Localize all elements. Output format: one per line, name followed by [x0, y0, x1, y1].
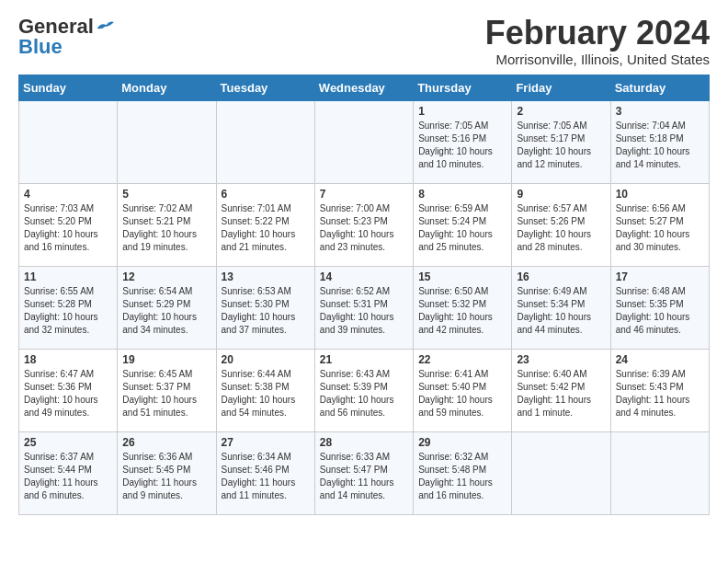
- day-number: 26: [122, 436, 210, 449]
- day-info: Sunrise: 6:55 AM Sunset: 5:28 PM Dayligh…: [24, 285, 112, 337]
- calendar-header-row: Sunday Monday Tuesday Wednesday Thursday…: [19, 75, 710, 100]
- day-info: Sunrise: 6:39 AM Sunset: 5:43 PM Dayligh…: [616, 368, 704, 419]
- table-row: [610, 431, 709, 514]
- logo: General Blue: [18, 15, 114, 59]
- table-row: 24Sunrise: 6:39 AM Sunset: 5:43 PM Dayli…: [610, 349, 709, 431]
- table-row: 6Sunrise: 7:01 AM Sunset: 5:22 PM Daylig…: [216, 183, 314, 266]
- page-header: General Blue February 2024 Morrisonville…: [18, 15, 710, 67]
- day-info: Sunrise: 6:36 AM Sunset: 5:45 PM Dayligh…: [122, 451, 210, 502]
- table-row: 10Sunrise: 6:56 AM Sunset: 5:27 PM Dayli…: [610, 183, 709, 266]
- table-row: 23Sunrise: 6:40 AM Sunset: 5:42 PM Dayli…: [512, 349, 610, 431]
- col-wednesday: Wednesday: [314, 75, 413, 100]
- day-info: Sunrise: 7:00 AM Sunset: 5:23 PM Dayligh…: [320, 202, 408, 254]
- day-number: 16: [517, 270, 605, 283]
- day-number: 14: [320, 270, 408, 283]
- day-number: 1: [418, 105, 506, 118]
- day-info: Sunrise: 6:57 AM Sunset: 5:26 PM Dayligh…: [517, 202, 605, 254]
- col-monday: Monday: [118, 75, 216, 100]
- table-row: [314, 100, 413, 183]
- day-info: Sunrise: 6:34 AM Sunset: 5:46 PM Dayligh…: [222, 451, 310, 502]
- col-sunday: Sunday: [19, 75, 118, 100]
- day-info: Sunrise: 6:59 AM Sunset: 5:24 PM Dayligh…: [418, 202, 506, 254]
- day-number: 13: [222, 270, 310, 283]
- day-info: Sunrise: 6:52 AM Sunset: 5:31 PM Dayligh…: [320, 285, 408, 337]
- col-tuesday: Tuesday: [216, 75, 314, 100]
- day-info: Sunrise: 6:40 AM Sunset: 5:42 PM Dayligh…: [517, 368, 605, 419]
- table-row: 17Sunrise: 6:48 AM Sunset: 5:35 PM Dayli…: [610, 266, 709, 349]
- day-info: Sunrise: 6:47 AM Sunset: 5:36 PM Dayligh…: [24, 368, 112, 419]
- day-number: 8: [418, 188, 506, 201]
- table-row: 1Sunrise: 7:05 AM Sunset: 5:16 PM Daylig…: [414, 100, 512, 183]
- table-row: 13Sunrise: 6:53 AM Sunset: 5:30 PM Dayli…: [216, 266, 314, 349]
- day-info: Sunrise: 6:56 AM Sunset: 5:27 PM Dayligh…: [616, 202, 704, 254]
- day-number: 3: [616, 105, 704, 118]
- day-info: Sunrise: 6:41 AM Sunset: 5:40 PM Dayligh…: [418, 368, 506, 419]
- day-number: 9: [517, 188, 605, 201]
- table-row: 19Sunrise: 6:45 AM Sunset: 5:37 PM Dayli…: [118, 349, 216, 431]
- table-row: 27Sunrise: 6:34 AM Sunset: 5:46 PM Dayli…: [216, 431, 314, 514]
- calendar-week-row: 18Sunrise: 6:47 AM Sunset: 5:36 PM Dayli…: [19, 349, 710, 431]
- day-info: Sunrise: 6:43 AM Sunset: 5:39 PM Dayligh…: [320, 368, 408, 419]
- day-info: Sunrise: 7:04 AM Sunset: 5:18 PM Dayligh…: [616, 120, 704, 171]
- day-info: Sunrise: 7:01 AM Sunset: 5:22 PM Dayligh…: [222, 202, 310, 254]
- day-number: 5: [122, 188, 210, 201]
- day-info: Sunrise: 6:53 AM Sunset: 5:30 PM Dayligh…: [222, 285, 310, 337]
- table-row: 4Sunrise: 7:03 AM Sunset: 5:20 PM Daylig…: [19, 183, 118, 266]
- day-number: 17: [616, 270, 704, 283]
- col-saturday: Saturday: [610, 75, 709, 100]
- table-row: 26Sunrise: 6:36 AM Sunset: 5:45 PM Dayli…: [118, 431, 216, 514]
- day-info: Sunrise: 6:44 AM Sunset: 5:38 PM Dayligh…: [222, 368, 310, 419]
- table-row: 12Sunrise: 6:54 AM Sunset: 5:29 PM Dayli…: [118, 266, 216, 349]
- day-info: Sunrise: 7:03 AM Sunset: 5:20 PM Dayligh…: [24, 202, 112, 254]
- day-info: Sunrise: 6:50 AM Sunset: 5:32 PM Dayligh…: [418, 285, 506, 337]
- table-row: 7Sunrise: 7:00 AM Sunset: 5:23 PM Daylig…: [314, 183, 413, 266]
- day-number: 2: [517, 105, 605, 118]
- day-number: 19: [122, 353, 210, 366]
- table-row: [19, 100, 118, 183]
- day-number: 7: [320, 188, 408, 201]
- day-number: 22: [418, 353, 506, 366]
- day-info: Sunrise: 7:05 AM Sunset: 5:17 PM Dayligh…: [517, 120, 605, 171]
- logo-bird-icon: [96, 20, 114, 33]
- day-number: 10: [616, 188, 704, 201]
- day-number: 24: [616, 353, 704, 366]
- col-thursday: Thursday: [414, 75, 512, 100]
- table-row: [216, 100, 314, 183]
- day-number: 12: [122, 270, 210, 283]
- table-row: 8Sunrise: 6:59 AM Sunset: 5:24 PM Daylig…: [414, 183, 512, 266]
- day-number: 20: [222, 353, 310, 366]
- day-number: 21: [320, 353, 408, 366]
- table-row: [118, 100, 216, 183]
- day-info: Sunrise: 6:37 AM Sunset: 5:44 PM Dayligh…: [24, 451, 112, 502]
- table-row: [512, 431, 610, 514]
- day-info: Sunrise: 6:48 AM Sunset: 5:35 PM Dayligh…: [616, 285, 704, 337]
- day-number: 29: [418, 436, 506, 449]
- calendar-week-row: 11Sunrise: 6:55 AM Sunset: 5:28 PM Dayli…: [19, 266, 710, 349]
- table-row: 22Sunrise: 6:41 AM Sunset: 5:40 PM Dayli…: [414, 349, 512, 431]
- day-info: Sunrise: 6:32 AM Sunset: 5:48 PM Dayligh…: [418, 451, 506, 502]
- day-number: 4: [24, 188, 112, 201]
- day-number: 11: [24, 270, 112, 283]
- day-info: Sunrise: 6:54 AM Sunset: 5:29 PM Dayligh…: [122, 285, 210, 337]
- day-number: 25: [24, 436, 112, 449]
- table-row: 25Sunrise: 6:37 AM Sunset: 5:44 PM Dayli…: [19, 431, 118, 514]
- table-row: 29Sunrise: 6:32 AM Sunset: 5:48 PM Dayli…: [414, 431, 512, 514]
- table-row: 2Sunrise: 7:05 AM Sunset: 5:17 PM Daylig…: [512, 100, 610, 183]
- day-info: Sunrise: 7:02 AM Sunset: 5:21 PM Dayligh…: [122, 202, 210, 254]
- table-row: 9Sunrise: 6:57 AM Sunset: 5:26 PM Daylig…: [512, 183, 610, 266]
- table-row: 14Sunrise: 6:52 AM Sunset: 5:31 PM Dayli…: [314, 266, 413, 349]
- day-info: Sunrise: 7:05 AM Sunset: 5:16 PM Dayligh…: [418, 120, 506, 171]
- day-number: 23: [517, 353, 605, 366]
- location-subtitle: Morrisonville, Illinois, United States: [485, 52, 710, 67]
- table-row: 21Sunrise: 6:43 AM Sunset: 5:39 PM Dayli…: [314, 349, 413, 431]
- col-friday: Friday: [512, 75, 610, 100]
- day-number: 15: [418, 270, 506, 283]
- month-year-title: February 2024: [485, 15, 710, 52]
- calendar-week-row: 1Sunrise: 7:05 AM Sunset: 5:16 PM Daylig…: [19, 100, 710, 183]
- day-number: 6: [222, 188, 310, 201]
- table-row: 3Sunrise: 7:04 AM Sunset: 5:18 PM Daylig…: [610, 100, 709, 183]
- day-info: Sunrise: 6:33 AM Sunset: 5:47 PM Dayligh…: [320, 451, 408, 502]
- table-row: 20Sunrise: 6:44 AM Sunset: 5:38 PM Dayli…: [216, 349, 314, 431]
- day-number: 27: [222, 436, 310, 449]
- day-number: 18: [24, 353, 112, 366]
